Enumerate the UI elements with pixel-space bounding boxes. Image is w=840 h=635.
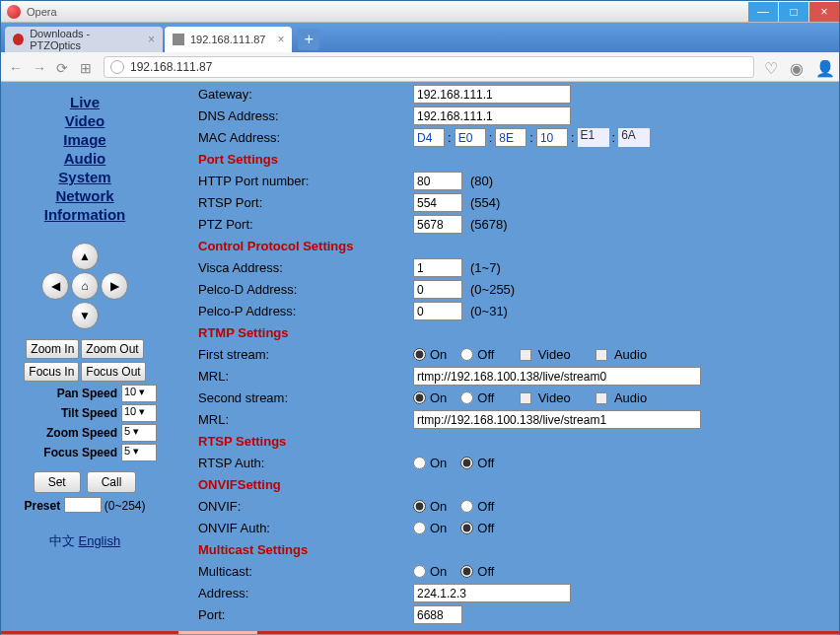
ptz-home-button[interactable]: ⌂ [71,272,99,300]
first-off-radio[interactable] [460,348,473,361]
mrl1-input[interactable] [413,367,701,386]
second-off-radio[interactable] [460,391,473,404]
pelcod-input[interactable] [413,280,462,299]
ptz-left-button[interactable]: ◀ [41,272,69,300]
onvifauth-off-radio[interactable] [460,522,473,534]
http-hint: (80) [470,174,493,188]
nav-network[interactable]: Network [7,187,163,204]
focus-speed-label: Focus Speed [43,446,117,459]
second-on-radio[interactable] [413,391,426,404]
mcast-addr-input[interactable] [413,584,571,602]
tab-camera[interactable]: 192.168.111.87 × [165,27,292,52]
mac-seg-3[interactable] [495,128,526,147]
preset-input[interactable] [64,497,102,513]
rtspauth-on-radio[interactable] [413,457,426,469]
rtmp-settings-header: RTMP Settings [198,323,819,342]
profile-icon[interactable]: 👤 [815,59,831,75]
back-button[interactable]: ← [9,60,23,74]
lang-english[interactable]: English [78,533,120,548]
first-video-check[interactable] [520,349,531,361]
mac-label: MAC Address: [198,130,413,145]
maximize-button[interactable]: □ [779,2,808,22]
mac-seg-4[interactable] [536,128,568,147]
zoom-in-button[interactable]: Zoom In [26,339,79,359]
pelcop-label: Pelco-P Address: [198,304,413,318]
speed-dial-button[interactable]: ⊞ [80,60,94,74]
dns-input[interactable] [413,106,571,125]
pelcod-hint: (0~255) [470,282,515,297]
focus-speed-select[interactable]: 5 ▾ [121,444,157,461]
preset-label: Preset [24,499,60,513]
address-bar[interactable]: 192.168.111.87 [104,56,754,78]
ptz-up-button[interactable]: ▲ [71,243,99,270]
favicon-opera-icon [13,34,24,45]
tab-close-icon[interactable]: × [148,33,155,46]
ptz-right-button[interactable]: ▶ [101,272,128,300]
ptz-down-button[interactable]: ▼ [71,302,99,329]
http-port-input[interactable] [413,172,462,190]
rtsp-hint: (554) [470,195,500,210]
focus-in-button[interactable]: Focus In [24,362,79,382]
ptz-port-input[interactable] [413,215,462,234]
new-tab-button[interactable]: + [298,29,319,50]
tab-strip: Downloads - PTZOptics × 192.168.111.87 ×… [1,23,839,52]
url-text: 192.168.111.87 [130,60,212,74]
multicast-settings-header: Multicast Settings [198,540,819,559]
lang-chinese[interactable]: 中文 [49,533,75,548]
pan-speed-select[interactable]: 10 ▾ [121,385,157,402]
mrl2-input[interactable] [413,410,701,429]
tilt-speed-select[interactable]: 10 ▾ [121,404,157,422]
tab-label: Downloads - PTZOptics [30,28,136,51]
bookmark-icon[interactable]: ♡ [764,59,780,75]
main-panel: Gateway: DNS Address: MAC Address: : : :… [169,82,839,635]
reload-button[interactable]: ⟳ [56,60,70,74]
mcast-port-label: Port: [198,607,413,622]
second-video-check[interactable] [520,392,531,404]
gateway-input[interactable] [413,85,571,104]
mcast-port-input[interactable] [413,605,462,624]
preset-call-button[interactable]: Call [87,471,137,493]
pelcop-hint: (0~31) [470,304,508,318]
first-stream-label: First stream: [198,347,413,362]
zoom-out-button[interactable]: Zoom Out [81,339,143,359]
first-on-radio[interactable] [413,348,426,361]
onvif-label: ONVIF: [198,499,413,514]
mac-seg-2[interactable] [455,128,486,147]
minimize-button[interactable]: — [748,2,778,22]
tab-close-icon[interactable]: × [277,33,284,46]
dns-label: DNS Address: [198,108,413,123]
onvif-off-radio[interactable] [460,500,473,513]
preset-set-button[interactable]: Set [34,471,81,493]
site-info-icon[interactable] [110,60,124,74]
onvifauth-on-radio[interactable] [413,522,426,534]
nav-audio[interactable]: Audio [7,150,163,167]
vpn-icon[interactable]: ◉ [790,59,805,75]
nav-image[interactable]: Image [7,131,163,148]
visca-input[interactable] [413,258,462,277]
focus-out-button[interactable]: Focus Out [81,362,145,382]
mcast-off-radio[interactable] [460,565,473,578]
pelcop-input[interactable] [413,302,462,320]
zoom-speed-select[interactable]: 5 ▾ [121,424,157,442]
pan-speed-label: Pan Speed [57,387,117,400]
rtsp-port-input[interactable] [413,193,462,212]
toolbar: ← → ⟳ ⊞ 192.168.111.87 ♡ ◉ 👤 [1,52,839,82]
opera-icon [7,5,21,19]
mrl1-label: MRL: [198,369,413,384]
mac-seg-1[interactable] [413,128,445,147]
tab-downloads[interactable]: Downloads - PTZOptics × [5,27,163,52]
onvif-on-radio[interactable] [413,500,426,513]
second-audio-check[interactable] [595,392,607,404]
first-audio-check[interactable] [595,349,607,361]
nav-live[interactable]: Live [7,94,163,110]
progress-indicator [178,631,257,634]
nav-system[interactable]: System [7,169,163,185]
nav-information[interactable]: Information [7,206,163,223]
mcast-on-radio[interactable] [413,565,426,578]
rtspauth-off-radio[interactable] [460,457,473,469]
close-button[interactable]: × [809,2,839,22]
forward-button[interactable]: → [33,60,46,74]
nav-video[interactable]: Video [7,112,163,129]
control-protocol-header: Control Protocol Settings [198,237,819,255]
progress-bar [1,631,839,634]
